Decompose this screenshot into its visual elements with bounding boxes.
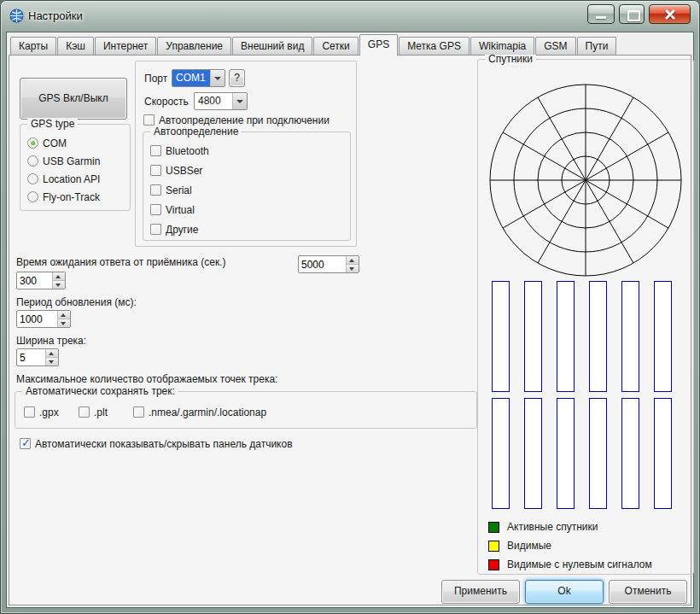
- bluetooth-checkbox[interactable]: Bluetooth: [150, 144, 209, 157]
- satellites-group: Спутники: [477, 59, 694, 575]
- virtual-checkbox[interactable]: Virtual: [150, 203, 195, 216]
- refresh-spin-up-button[interactable]: [58, 311, 70, 319]
- signal-bar: [621, 398, 639, 509]
- zero-signal-color-swatch: [488, 559, 499, 570]
- timeout-spinner: [16, 272, 66, 289]
- title-bar[interactable]: Настройки: [0, 0, 700, 32]
- tab-gps[interactable]: GPS: [359, 34, 398, 56]
- tab-strip: Карты Кэш Интернет Управление Внешний ви…: [10, 32, 617, 55]
- refresh-spin-down-button[interactable]: [58, 319, 70, 327]
- close-button[interactable]: [649, 4, 691, 24]
- plt-label: .plt: [94, 406, 108, 418]
- tab-paths[interactable]: Пути: [577, 37, 617, 55]
- timeout2-spinner: [298, 255, 359, 273]
- plt-checkbox[interactable]: .plt: [79, 406, 108, 418]
- others-checkbox[interactable]: Другие: [150, 223, 198, 236]
- visible-satellites-label: Видимые: [507, 540, 551, 552]
- app-icon: [9, 9, 24, 23]
- gps-toggle-button[interactable]: GPS Вкл/Выкл: [20, 78, 127, 120]
- port-label: Порт: [144, 73, 167, 85]
- autodetect-on-connect-checkbox[interactable]: Автоопределение при подключении: [143, 114, 330, 126]
- track-width-spin-down-button[interactable]: [46, 358, 58, 365]
- speed-combobox[interactable]: 4800: [194, 92, 248, 110]
- apply-button[interactable]: Применить: [441, 580, 520, 604]
- chevron-down-icon[interactable]: [210, 70, 225, 86]
- gps-settings-pane: GPS Вкл/Выкл GPS type COM USB Garmin Loc…: [9, 55, 691, 605]
- autodetect-on-connect-label: Автоопределение при подключении: [159, 114, 330, 126]
- radio-com-circle[interactable]: [27, 137, 38, 149]
- timeout-spin-down-button[interactable]: [53, 281, 65, 289]
- dialog-content: Карты Кэш Интернет Управление Внешний ви…: [7, 32, 693, 607]
- legend-visible-satellites: Видимые: [488, 540, 551, 552]
- usbser-checkbox[interactable]: USBSer: [150, 164, 202, 177]
- port-help-button[interactable]: ?: [229, 69, 245, 87]
- timeout-spin-up-button[interactable]: [53, 272, 65, 281]
- satellites-legend: Спутники: [485, 53, 536, 66]
- minimize-button[interactable]: [587, 4, 615, 24]
- radio-fly-on-track[interactable]: Fly-on-Track: [27, 190, 100, 203]
- radio-com[interactable]: COM: [27, 137, 67, 149]
- autodetect-group: Автоопределение Bluetooth USBSer Serial: [143, 132, 351, 241]
- refresh-input[interactable]: [17, 311, 57, 327]
- others-box[interactable]: [150, 224, 161, 235]
- radio-fly-on-track-circle[interactable]: [27, 191, 38, 202]
- gpx-box[interactable]: [24, 406, 35, 418]
- port-combobox-value: COM1: [172, 70, 210, 86]
- plt-box[interactable]: [79, 406, 90, 418]
- autodetect-on-connect-box[interactable]: [143, 114, 155, 126]
- speed-label: Скорость: [144, 96, 189, 108]
- bluetooth-label: Bluetooth: [166, 145, 209, 157]
- tab-control[interactable]: Управление: [157, 37, 231, 55]
- ok-button[interactable]: Ok: [525, 580, 604, 604]
- satellite-skyplot: [488, 83, 683, 278]
- settings-window: Настройки Карты Кэш Интернет Управление …: [0, 0, 700, 614]
- tab-internet[interactable]: Интернет: [95, 37, 156, 55]
- track-width-input[interactable]: [17, 349, 45, 365]
- radio-usb-garmin-circle[interactable]: [27, 155, 38, 167]
- bluetooth-box[interactable]: [150, 145, 161, 156]
- signal-bar: [524, 398, 542, 509]
- tab-appearance[interactable]: Внешний вид: [232, 37, 312, 55]
- tab-grids[interactable]: Сетки: [313, 37, 358, 55]
- timeout-label: Время ожидания ответа от приёмника (сек.…: [16, 256, 225, 269]
- radio-com-label: COM: [43, 137, 67, 149]
- chevron-down-icon[interactable]: [232, 93, 247, 109]
- active-satellites-color-swatch: [488, 522, 499, 533]
- radio-fly-on-track-label: Fly-on-Track: [43, 191, 100, 203]
- track-width-spin-up-button[interactable]: [46, 349, 58, 358]
- serial-box[interactable]: [150, 184, 161, 196]
- nmea-checkbox[interactable]: .nmea/.garmin/.locationap: [133, 406, 266, 418]
- signal-bar: [654, 398, 672, 509]
- usbser-box[interactable]: [150, 165, 161, 176]
- autosave-track-group: Автоматически сохранять трек: .gpx .plt …: [15, 391, 477, 429]
- tab-cache[interactable]: Кэш: [57, 37, 94, 55]
- sensors-panel-label: Автоматически показывать/скрывать панель…: [35, 438, 293, 450]
- radio-location-api-circle[interactable]: [27, 173, 38, 184]
- tab-wikimapia[interactable]: Wikimapia: [470, 37, 534, 55]
- timeout-input[interactable]: [17, 272, 52, 289]
- autodetect-group-legend: Автоопределение: [150, 126, 242, 138]
- sensors-panel-checkbox[interactable]: Автоматически показывать/скрывать панель…: [20, 437, 293, 450]
- max-points-label: Максимальное количество отображаемых точ…: [16, 373, 277, 386]
- radio-location-api[interactable]: Location API: [27, 173, 100, 185]
- serial-checkbox[interactable]: Serial: [150, 184, 192, 196]
- maximize-button[interactable]: [619, 4, 645, 24]
- window-title: Настройки: [28, 9, 83, 22]
- timeout2-spin-up-button[interactable]: [347, 256, 359, 265]
- timeout2-spin-down-button[interactable]: [347, 265, 359, 272]
- radio-usb-garmin[interactable]: USB Garmin: [27, 155, 100, 167]
- virtual-box[interactable]: [150, 204, 161, 215]
- zero-signal-label: Видимые с нулевым сигналом: [507, 558, 652, 570]
- tab-gsm[interactable]: GSM: [535, 37, 575, 55]
- signal-bar: [492, 281, 510, 392]
- gpx-checkbox[interactable]: .gpx: [24, 406, 59, 418]
- cancel-button[interactable]: Отменить: [609, 580, 687, 604]
- nmea-box[interactable]: [133, 406, 144, 418]
- tab-gps-marker[interactable]: Метка GPS: [399, 37, 470, 55]
- timeout2-input[interactable]: [299, 256, 346, 272]
- legend-active-satellites: Активные спутники: [488, 521, 598, 533]
- signal-bar: [621, 281, 639, 392]
- sensors-panel-box[interactable]: [20, 438, 31, 449]
- tab-maps[interactable]: Карты: [10, 37, 56, 55]
- port-combobox[interactable]: COM1: [172, 69, 225, 87]
